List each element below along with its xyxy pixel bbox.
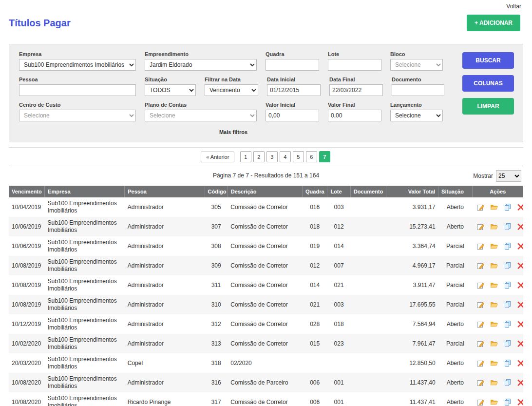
- folder-icon[interactable]: [490, 262, 498, 270]
- page-button-5[interactable]: 5: [293, 151, 304, 162]
- lancamento-select[interactable]: Selecione: [390, 110, 443, 121]
- folder-icon[interactable]: [490, 379, 498, 387]
- cell-codigo: 312: [205, 314, 228, 334]
- page-button-7[interactable]: 7: [319, 151, 330, 162]
- edit-icon[interactable]: [477, 242, 485, 250]
- edit-icon[interactable]: [477, 320, 485, 328]
- folder-icon[interactable]: [490, 340, 498, 348]
- cell-vencimento: 10/06/2019: [9, 236, 45, 256]
- pessoa-input[interactable]: [19, 84, 136, 96]
- copy-icon[interactable]: [504, 281, 512, 289]
- limpar-button[interactable]: LIMPAR: [462, 98, 514, 115]
- copy-icon[interactable]: [504, 223, 512, 231]
- edit-icon[interactable]: [477, 281, 485, 289]
- documento-input[interactable]: [392, 84, 444, 96]
- plano-de-contas-select[interactable]: Selecione: [145, 110, 257, 121]
- add-button[interactable]: + ADICIONAR: [467, 15, 520, 31]
- bloco-select[interactable]: Selecione: [390, 59, 443, 71]
- cell-documento: [350, 217, 386, 236]
- delete-icon[interactable]: [517, 203, 523, 211]
- folder-icon[interactable]: [490, 398, 498, 406]
- more-filters-link[interactable]: Mais filtros: [19, 127, 448, 138]
- delete-icon[interactable]: [517, 281, 523, 289]
- page-button-6[interactable]: 6: [306, 151, 317, 162]
- cell-empresa: Sub100 Empreendimentos Imobiliários: [45, 236, 125, 256]
- cell-descricao: Comissão de Corretor: [228, 295, 302, 314]
- delete-icon[interactable]: [517, 340, 523, 348]
- valor-inicial-label: Valor Inicial: [266, 102, 319, 108]
- col-lote: Lote: [327, 186, 350, 197]
- cell-quadra: 012: [303, 256, 327, 275]
- delete-icon[interactable]: [517, 223, 523, 231]
- copy-icon[interactable]: [504, 203, 512, 211]
- delete-icon[interactable]: [517, 301, 523, 309]
- delete-icon[interactable]: [517, 379, 523, 387]
- copy-icon[interactable]: [504, 301, 512, 309]
- buscar-button[interactable]: BUSCAR: [462, 52, 514, 69]
- page-button-3[interactable]: 3: [266, 151, 278, 162]
- filtrar-na-data-select[interactable]: Vencimento: [205, 84, 258, 96]
- empresa-select[interactable]: Sub100 Empreendimentos Imobiliários: [19, 59, 136, 71]
- valor-final-input[interactable]: [328, 110, 381, 121]
- edit-icon[interactable]: [477, 301, 485, 309]
- page-size-select[interactable]: 25: [496, 170, 521, 182]
- delete-icon[interactable]: [517, 242, 523, 250]
- page-button-2[interactable]: 2: [253, 151, 265, 162]
- folder-icon[interactable]: [490, 320, 498, 328]
- situacao-label: Situação: [145, 77, 196, 82]
- folder-icon[interactable]: [490, 301, 498, 309]
- copy-icon[interactable]: [504, 379, 512, 387]
- copy-icon[interactable]: [504, 242, 512, 250]
- edit-icon[interactable]: [477, 223, 485, 231]
- centro-de-custo-select[interactable]: Selecione: [19, 110, 136, 121]
- data-inicial-input[interactable]: [267, 84, 321, 96]
- edit-icon[interactable]: [477, 398, 485, 406]
- cell-acoes: [472, 392, 523, 406]
- cell-codigo: 311: [205, 275, 228, 295]
- quadra-input[interactable]: [266, 59, 319, 71]
- edit-icon[interactable]: [477, 203, 485, 211]
- lote-input[interactable]: [328, 59, 381, 71]
- edit-icon[interactable]: [477, 262, 485, 270]
- cell-lote: 018: [327, 314, 350, 334]
- folder-icon[interactable]: [490, 203, 498, 211]
- delete-icon[interactable]: [517, 320, 523, 328]
- data-final-label: Data Final: [329, 77, 383, 82]
- pessoa-label: Pessoa: [19, 77, 136, 82]
- delete-icon[interactable]: [517, 262, 523, 270]
- page-button-4[interactable]: 4: [280, 151, 291, 162]
- copy-icon[interactable]: [504, 359, 512, 367]
- previous-page-button[interactable]: « Anterior: [201, 152, 234, 162]
- edit-icon[interactable]: [477, 359, 485, 367]
- copy-icon[interactable]: [504, 340, 512, 348]
- delete-icon[interactable]: [517, 398, 523, 406]
- empreendimento-select[interactable]: Jardim Eldorado: [145, 59, 257, 71]
- copy-icon[interactable]: [504, 398, 512, 406]
- cell-documento: [350, 197, 386, 217]
- cell-valor-total: 12.850,50: [386, 353, 438, 373]
- colunas-button[interactable]: COLUNAS: [462, 75, 514, 92]
- empresa-label: Empresa: [19, 51, 136, 57]
- edit-icon[interactable]: [477, 340, 485, 348]
- cell-valor-total: 3.911,47: [386, 275, 438, 295]
- edit-icon[interactable]: [477, 379, 485, 387]
- cell-quadra: 018: [303, 217, 327, 236]
- folder-icon[interactable]: [490, 359, 498, 367]
- data-final-input[interactable]: [329, 84, 383, 96]
- pagination-pages: 1234567: [239, 154, 331, 160]
- folder-icon[interactable]: [490, 223, 498, 231]
- col-pessoa: Pessoa: [125, 186, 205, 197]
- copy-icon[interactable]: [504, 320, 512, 328]
- cell-empresa: Sub100 Empreendimentos Imobiliários: [45, 275, 125, 295]
- delete-icon[interactable]: [517, 359, 523, 367]
- copy-icon[interactable]: [504, 262, 512, 270]
- cell-acoes: [472, 295, 523, 314]
- plano-de-contas-label: Plano de Contas: [145, 102, 257, 108]
- valor-inicial-input[interactable]: [266, 110, 319, 121]
- situacao-select[interactable]: TODOS: [145, 84, 196, 96]
- page-button-1[interactable]: 1: [240, 151, 251, 162]
- cell-valor-total: 3.364,74: [386, 236, 438, 256]
- folder-icon[interactable]: [490, 281, 498, 289]
- back-link[interactable]: Voltar: [506, 3, 521, 10]
- folder-icon[interactable]: [490, 242, 498, 250]
